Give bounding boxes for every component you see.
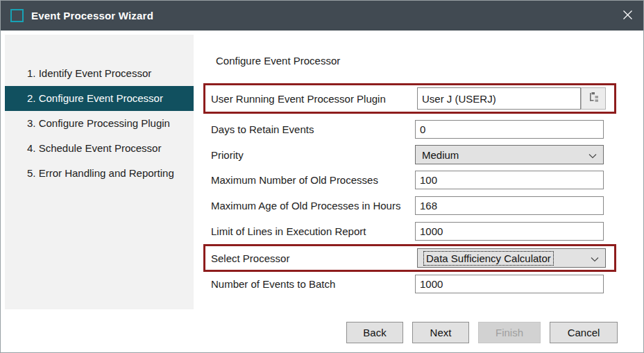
form-row-events-to-batch: Number of Events to Batch — [205, 275, 614, 293]
user-running-plugin-input[interactable] — [417, 87, 581, 110]
field-label-max-old-processes: Maximum Number of Old Processes — [205, 174, 415, 186]
close-button[interactable] — [611, 1, 643, 31]
chevron-down-icon — [588, 149, 597, 161]
form-row-max-age-hours: Maximum Age of Old Processes in Hours — [205, 196, 614, 215]
form-row-max-old-processes: Maximum Number of Old Processes — [205, 171, 614, 189]
next-button[interactable]: Next — [412, 322, 469, 343]
field-label-user-running-plugin: User Running Event Processor Plugin — [205, 93, 417, 105]
priority-selected-value: Medium — [422, 149, 459, 161]
priority-select[interactable]: Medium — [415, 145, 604, 164]
close-icon — [622, 10, 633, 22]
highlight-box-user-running-plugin: User Running Event Processor Plugin — [203, 83, 616, 114]
field-label-events-to-batch: Number of Events to Batch — [205, 278, 415, 290]
window-title: Event Processor Wizard — [31, 10, 153, 21]
wizard-steps-sidebar: 1. Identify Event Processor 2. Configure… — [5, 35, 194, 309]
max-old-processes-input[interactable] — [415, 171, 604, 189]
back-button[interactable]: Back — [346, 322, 403, 343]
sidebar-item-error-handling-reporting[interactable]: 5. Error Handling and Reporting — [5, 161, 194, 186]
form-row-limit-lines: Limit of Lines in Execution Report — [205, 222, 614, 241]
sidebar-item-schedule-event-processor[interactable]: 4. Schedule Event Processor — [5, 136, 194, 161]
finish-button[interactable]: Finish — [478, 322, 541, 343]
sidebar-item-configure-event-processor[interactable]: 2. Configure Event Processor — [5, 86, 194, 111]
field-label-priority: Priority — [205, 149, 415, 161]
highlight-box-select-processor: Select Processor Data Sufficiency Calcul… — [203, 244, 616, 272]
app-icon — [10, 9, 24, 22]
user-lookup-button[interactable] — [581, 87, 606, 110]
limit-lines-input[interactable] — [415, 222, 604, 241]
field-label-max-age-hours: Maximum Age of Old Processes in Hours — [205, 200, 415, 212]
chevron-down-icon — [591, 252, 599, 264]
sidebar-item-configure-processing-plugin[interactable]: 3. Configure Processing Plugin — [5, 111, 194, 136]
events-to-batch-input[interactable] — [415, 275, 604, 293]
wizard-window: Event Processor Wizard 1. Identify Event… — [0, 0, 644, 353]
form-row-days-to-retain: Days to Retain Events — [205, 120, 614, 139]
max-age-hours-input[interactable] — [415, 196, 604, 215]
field-label-select-processor: Select Processor — [205, 252, 417, 264]
processor-select[interactable]: Data Sufficiency Calculator — [417, 248, 606, 268]
days-to-retain-input[interactable] — [415, 120, 604, 139]
processor-selected-value: Data Sufficiency Calculator — [424, 252, 553, 265]
page-title: Configure Event Processor — [216, 55, 340, 67]
cancel-button[interactable]: Cancel — [550, 322, 618, 343]
field-label-days-to-retain: Days to Retain Events — [205, 123, 415, 135]
form-row-priority: Priority Medium — [205, 145, 614, 164]
tree-browse-icon — [588, 92, 600, 105]
titlebar: Event Processor Wizard — [1, 1, 643, 31]
field-label-limit-lines: Limit of Lines in Execution Report — [205, 225, 415, 237]
sidebar-item-identify-event-processor[interactable]: 1. Identify Event Processor — [5, 61, 194, 86]
